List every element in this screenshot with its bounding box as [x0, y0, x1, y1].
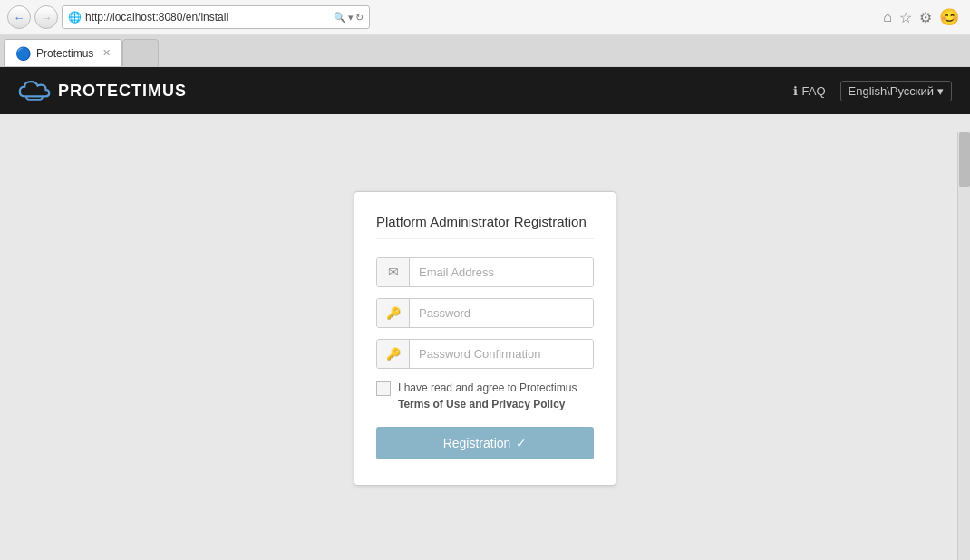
refresh-btn[interactable]: ↻: [355, 12, 364, 24]
user-icon[interactable]: 😊: [939, 7, 959, 27]
search-controls: 🔍 ▾ ↻: [334, 12, 364, 24]
browser-icons: ⌂ ☆ ⚙ 😊: [879, 7, 963, 27]
scrollbar-thumb[interactable]: [959, 132, 970, 187]
confirm-field[interactable]: [410, 340, 593, 368]
agreement-text: I have read and agree to Protectimus Ter…: [398, 380, 577, 412]
terms-link[interactable]: Terms of Use and Privacy Policy: [398, 398, 566, 410]
logo-area: PROTECTIMUS: [18, 78, 187, 103]
email-field[interactable]: [410, 258, 593, 286]
active-tab[interactable]: 🔵 Protectimus ✕: [4, 39, 122, 66]
app-wrapper: PROTECTIMUS ℹ FAQ English\Русский ▾ Plat…: [0, 67, 970, 560]
main-content: Platform Administrator Registration ✉ 🔑 …: [0, 114, 970, 560]
forward-button[interactable]: →: [34, 5, 58, 29]
home-icon[interactable]: ⌂: [883, 9, 892, 25]
agreement-checkbox[interactable]: [376, 381, 391, 396]
register-label: Registration: [443, 436, 511, 450]
search-sep: ▾: [348, 12, 354, 24]
card-title: Platform Administrator Registration: [376, 214, 594, 239]
tab-close-button[interactable]: ✕: [102, 47, 111, 59]
logo-text: PROTECTIMUS: [58, 82, 187, 101]
address-bar[interactable]: 🌐 http://localhost:8080/en/install 🔍 ▾ ↻: [62, 5, 370, 29]
lang-label: English\Русский: [849, 84, 935, 98]
language-button[interactable]: English\Русский ▾: [840, 81, 953, 101]
password-input-group: 🔑: [376, 298, 594, 328]
address-text: http://localhost:8080/en/install: [85, 11, 332, 24]
registration-card: Platform Administrator Registration ✉ 🔑 …: [354, 191, 616, 486]
app-header: PROTECTIMUS ℹ FAQ English\Русский ▾: [0, 67, 970, 114]
agreement-row: I have read and agree to Protectimus Ter…: [376, 380, 594, 412]
tab-title: Protectimus: [36, 47, 93, 60]
register-check: ✓: [516, 436, 527, 450]
register-button[interactable]: Registration ✓: [376, 427, 594, 459]
tab-bar: 🔵 Protectimus ✕: [0, 35, 970, 66]
address-icon: 🌐: [68, 11, 82, 24]
faq-label: FAQ: [801, 84, 825, 98]
email-icon: ✉: [377, 258, 410, 286]
search-dropdown[interactable]: 🔍: [334, 12, 346, 24]
settings-icon[interactable]: ⚙: [919, 9, 932, 26]
browser-toolbar: ← → 🌐 http://localhost:8080/en/install 🔍…: [0, 0, 970, 35]
password-field[interactable]: [410, 299, 593, 327]
browser-chrome: ← → 🌐 http://localhost:8080/en/install 🔍…: [0, 0, 970, 67]
confirm-input-group: 🔑: [376, 339, 594, 369]
lang-arrow: ▾: [937, 84, 944, 98]
faq-button[interactable]: ℹ FAQ: [793, 84, 825, 98]
inactive-tab[interactable]: [122, 39, 159, 66]
confirm-icon: 🔑: [377, 340, 410, 368]
faq-icon: ℹ: [793, 84, 798, 98]
header-right: ℹ FAQ English\Русский ▾: [793, 81, 952, 101]
back-button[interactable]: ←: [7, 5, 31, 29]
password-icon: 🔑: [377, 299, 410, 327]
scrollbar[interactable]: [957, 132, 970, 560]
email-input-group: ✉: [376, 257, 594, 287]
logo-icon: [18, 78, 51, 103]
star-icon[interactable]: ☆: [899, 9, 912, 26]
tab-favicon: 🔵: [15, 46, 31, 61]
